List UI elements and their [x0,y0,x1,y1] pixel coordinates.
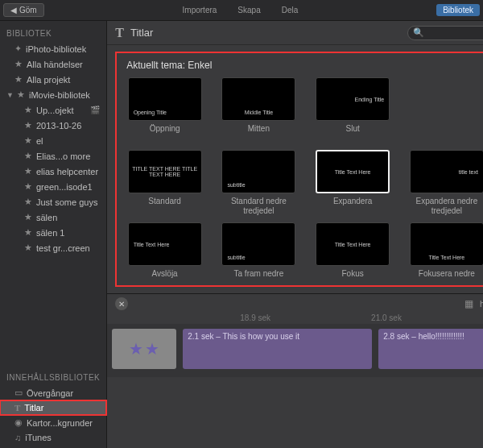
toolbar-center: Importera Skapa Dela [44,6,437,15]
star-icon: ★ [14,59,23,69]
star-icon: ★ [24,105,32,115]
title-tile[interactable]: Title Text HereExpandera [312,150,394,214]
title-tile[interactable]: Middle TitleMitten [217,77,300,142]
content-title: Titlar [130,27,401,39]
section-innehall: INNEHÅLLSBIBLIOTEK [0,370,106,385]
tile-label: Avslöja [152,269,178,279]
tile-label: Expandera nedre tredjedel [406,197,483,214]
globe-icon: ◉ [14,417,23,428]
sidebar-item-el[interactable]: ★el [0,133,106,148]
tile-label: Öppning [150,124,180,142]
sidebar-item-kartor[interactable]: ◉Kartor...kgrunder [0,415,106,430]
section-bibliotek: BIBLIOTEK [0,26,106,41]
sparkle-icon: ✦ [14,44,22,54]
title-tile[interactable]: TITLE TEXT HERE TITLE TEXT HEREStandard [123,150,206,214]
grid-view-icon[interactable]: ▦ [464,298,473,309]
star-icon: ★ [14,74,23,85]
tile-label: Ta fram nedre [234,269,284,279]
hide-label: Göm [19,6,37,15]
search-input[interactable]: 🔍 [407,26,483,40]
sidebar-item-overgangar[interactable]: ▭Övergångar [0,385,106,400]
star-icon: ★ [24,212,32,222]
project-name: how [480,299,483,309]
title-tile[interactable]: subtitleStandard nedre tredjedel [217,150,300,214]
timeline-toolbar: ✕ ▦ how [107,293,483,313]
transitions-icon: ▭ [14,388,23,398]
panel-title: Aktuellt tema: Enkel [123,58,483,77]
time-mark: 21.0 sek [371,313,402,322]
hide-button[interactable]: ◀ Göm [3,3,44,17]
title-thumbnail: TITLE TEXT HERE TITLE TEXT HERE [128,150,202,193]
close-button[interactable]: ✕ [115,297,128,310]
text-icon: T [14,403,20,413]
tile-label: Fokusera nedre [419,269,475,279]
music-icon: ♫ [14,433,21,442]
sidebar-item-titlar[interactable]: TTitlar [0,400,106,415]
sidebar-item-salen[interactable]: ★sälen [0,209,106,225]
title-clip[interactable]: 2.8 sek – hello!!!!!!!!!!!!! [378,329,483,369]
title-tile[interactable]: Title Text HereAvslöja [123,222,206,279]
media-thumbnail[interactable]: ★ ★ [112,329,176,369]
sidebar-item-green-episode[interactable]: ★green...isode1 [0,179,106,194]
title-thumbnail: Title Text Here [316,222,390,266]
tile-label: Fokus [342,269,364,279]
star-icon: ★ [24,166,32,176]
chevron-left-icon: ◀ [10,6,17,15]
title-thumbnail: Title Text Here [128,222,202,266]
star-icon: ★ [24,243,32,253]
sidebar-item-iphoto[interactable]: ✦iPhoto-bibliotek [0,41,106,56]
sidebar-item-itunes[interactable]: ♫iTunes [0,430,106,445]
create-button[interactable]: Skapa [237,6,260,15]
sidebar-item-elias-helpcenter[interactable]: ★elias helpcenter [0,164,106,179]
sidebar-item-imovie-bibliotek[interactable]: ▼★iMovie-bibliotek [0,87,106,102]
title-thumbnail: Title Text Here [316,150,390,193]
title-thumbnail: Title Text Here [410,222,483,266]
title-tile[interactable]: subtitleTa fram nedre [217,222,300,279]
title-tile[interactable]: Title Text HereFokusera nedre [406,222,483,279]
title-clip[interactable]: 2.1 sek – This is how you use it [183,329,372,369]
content-area: T Titlar 🔍 Aktuellt tema: Enkel Opening … [107,21,483,448]
sidebar-item-elias-more[interactable]: ★Elias...o more [0,148,106,164]
star-icon: ★ [129,339,143,359]
time-ruler: 18.9 sek 21.0 sek [107,313,483,324]
title-tile[interactable]: Ending TitleSlut [312,77,394,142]
share-button[interactable]: Dela [282,6,299,15]
title-thumbnail: subtitle [221,150,295,193]
disclosure-icon[interactable]: ▼ [6,91,13,99]
tile-label: Expandera [333,197,372,214]
sidebar: BIBLIOTEK ✦iPhoto-bibliotek ★Alla händel… [0,21,107,448]
title-tile[interactable]: Title Text HereFokus [312,222,394,279]
title-tile[interactable]: title textExpandera nedre tredjedel [406,150,483,214]
titles-icon: T [115,26,124,40]
sidebar-item-salen1[interactable]: ★sälen 1 [0,225,106,240]
sidebar-item-project[interactable]: ★Up...ojekt🎬 [0,102,106,118]
sidebar-item-alla-handelser[interactable]: ★Alla händelser [0,56,106,72]
star-icon: ★ [24,197,32,207]
star-icon: ★ [24,120,32,131]
title-thumbnail: title text [410,150,483,193]
sidebar-item-just-some-guys[interactable]: ★Just some guys [0,194,106,209]
star-icon: ★ [17,89,25,100]
title-thumbnail: Ending Title [316,77,390,121]
tile-label: Standard [148,197,181,214]
title-tile[interactable]: Opening TitleÖppning [123,77,206,142]
import-button[interactable]: Importera [183,6,217,15]
sidebar-item-date[interactable]: ★2013-10-26 [0,118,106,133]
tile-label: Standard nedre tredjedel [217,197,300,214]
sidebar-item-test-green[interactable]: ★test gr...creen [0,240,106,255]
star-icon: ★ [24,181,32,192]
star-icon: ★ [24,227,32,238]
star-icon: ★ [24,151,32,161]
time-mark: 18.9 sek [240,313,270,322]
tile-label: Slut [346,124,360,142]
toolbar: ◀ Göm Importera Skapa Dela Bibliotek [0,0,483,21]
star-icon: ★ [24,135,32,146]
timeline[interactable]: ★ ★ 2.1 sek – This is how you use it 2.8… [107,324,483,377]
sidebar-item-alla-projekt[interactable]: ★Alla projekt [0,72,106,87]
search-icon: 🔍 [413,27,424,38]
content-header: T Titlar 🔍 [107,21,483,45]
title-thumbnail: subtitle [221,222,295,266]
star-icon: ★ [145,339,159,359]
library-button[interactable]: Bibliotek [436,4,480,16]
title-thumbnail: Opening Title [128,77,202,121]
